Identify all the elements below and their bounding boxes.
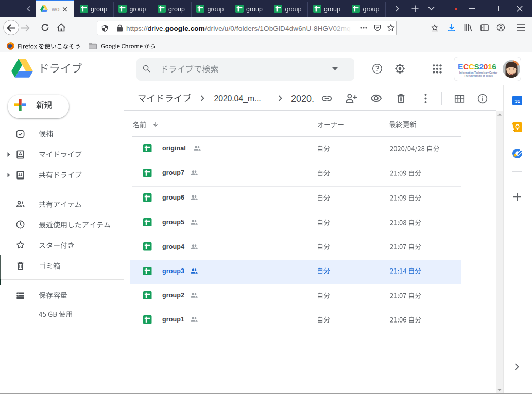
svg-text:31: 31 <box>514 98 520 104</box>
